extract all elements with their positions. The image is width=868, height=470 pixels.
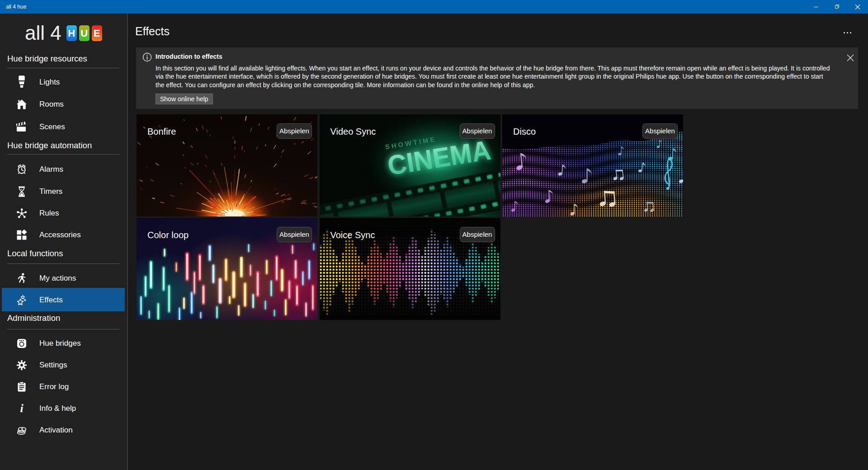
svg-text:$: $ (21, 427, 24, 431)
svg-text:i: i (20, 403, 24, 414)
